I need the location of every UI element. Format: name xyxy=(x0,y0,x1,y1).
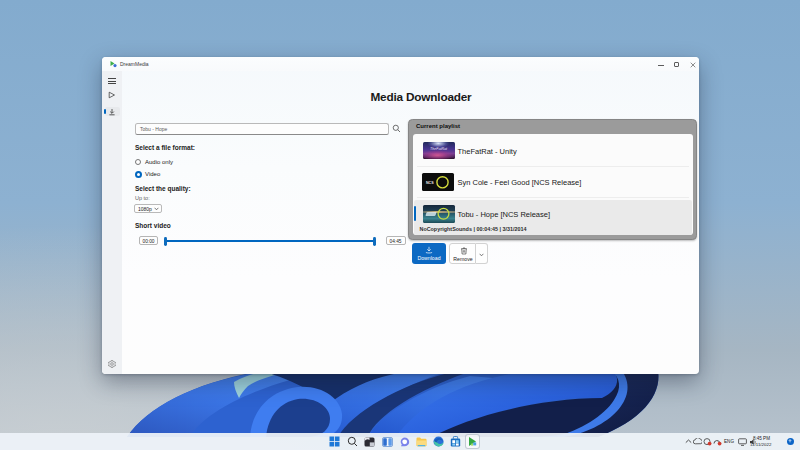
svg-text:NCS: NCS xyxy=(426,181,434,185)
